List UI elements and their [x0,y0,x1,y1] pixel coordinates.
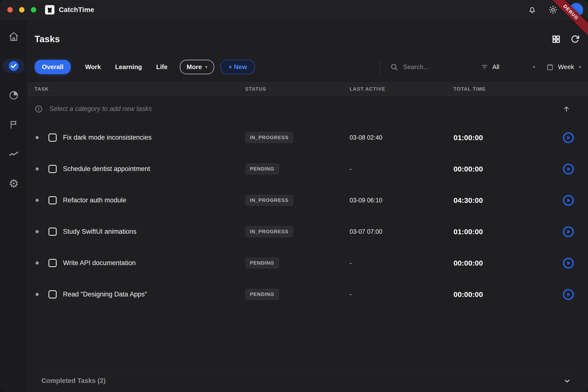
drag-handle-dot [36,136,39,139]
total-time-value: 01:00:00 [454,134,535,142]
sidebar-nav: ⚙ [0,20,28,392]
task-checkbox[interactable] [48,290,56,298]
last-active-value: - [350,291,454,298]
task-checkbox[interactable] [48,165,56,173]
app-logo-cat-icon [45,5,54,14]
status-badge: IN_PROGRESS [245,132,293,143]
task-title: Refactor auth module [63,196,126,204]
tab-overall[interactable]: Overall [34,60,71,74]
drag-handle-dot [36,167,39,170]
table-row: Fix dark mode inconsistencies IN_PROGRES… [34,122,581,153]
category-hint-row: Select a category to add new tasks [34,96,581,122]
sidebar-item-settings[interactable]: ⚙ [3,176,25,190]
more-categories-button[interactable]: More ▾ [180,60,214,74]
column-header-total-time: TOTAL TIME [454,86,535,92]
start-timer-play-button[interactable] [562,194,574,206]
play-icon [562,194,574,206]
task-checkbox[interactable] [48,134,56,142]
status-badge: PENDING [245,164,279,174]
last-active-value: 03-09 06:10 [350,197,454,204]
task-checkbox[interactable] [48,196,56,204]
page-title: Tasks [34,34,60,44]
chevron-down-icon: ▾ [579,64,581,70]
tab-learning[interactable]: Learning [115,60,142,74]
chevron-down-icon [564,377,571,385]
column-header-last-active: LAST ACTIVE [350,86,454,92]
task-checkbox[interactable] [48,228,56,236]
last-active-value: 03-07 07:00 [350,228,454,235]
window-controls [7,7,36,12]
flag-icon [9,120,18,130]
sidebar-item-tasks[interactable] [3,59,25,73]
task-title: Study SwiftUI animations [63,228,136,236]
start-timer-play-button[interactable] [562,288,574,300]
total-time-value: 00:00:00 [454,259,535,267]
task-title: Read "Designing Data Apps" [63,290,147,298]
more-label: More [187,63,202,71]
completed-tasks-section[interactable]: Completed Tasks (2) [34,370,581,392]
task-title: Write API documentation [63,259,136,267]
tab-work[interactable]: Work [85,60,101,74]
completed-tasks-label: Completed Tasks (2) [42,377,106,385]
start-timer-play-button[interactable] [562,226,574,238]
search-placeholder: Search... [403,63,428,71]
sidebar-item-stats[interactable] [3,88,25,102]
status-badge: IN_PROGRESS [245,195,293,206]
zoom-window-button[interactable] [31,7,36,12]
close-window-button[interactable] [7,7,13,12]
sidebar-item-home[interactable] [3,30,25,44]
last-active-value: - [350,260,454,266]
status-badge: PENDING [245,258,279,268]
titlebar: CatchTime DEBUG [0,0,588,20]
total-time-value: 01:00:00 [454,228,535,236]
theme-sun-icon[interactable] [548,5,558,14]
toolbar-right: Search... All ▾ Week ▾ [380,59,581,75]
status-filter-dropdown[interactable]: All ▾ [481,63,535,71]
drag-handle-dot [36,199,39,202]
task-checkbox[interactable] [48,259,56,267]
sidebar-item-goals[interactable] [3,118,25,132]
minimize-window-button[interactable] [19,7,24,12]
chevron-down-icon: ▾ [205,64,208,70]
toolbar: OverallWorkLearningLife More ▾ + New Sea… [28,59,588,75]
table-row: Schedule dentist appointment PENDING - 0… [34,153,581,185]
time-range-value: Week [558,63,574,71]
time-range-dropdown[interactable]: Week ▾ [546,63,581,71]
home-icon [8,31,19,42]
total-time-value: 04:30:00 [454,196,535,204]
search-input[interactable]: Search... [390,63,481,71]
table-header: TASK STATUS LAST ACTIVE TOTAL TIME [28,82,588,96]
play-icon [562,257,574,269]
last-active-value: - [350,166,454,172]
notifications-bell-icon[interactable] [528,6,536,14]
app-window: CatchTime DEBUG [0,0,588,392]
column-header-task: TASK [34,86,245,92]
last-active-value: 03-08 02:40 [350,134,454,141]
sidebar-item-trends[interactable] [3,147,25,161]
calendar-icon [546,63,554,71]
search-icon [390,63,398,71]
check-circle-icon [8,60,20,72]
total-time-value: 00:00:00 [454,290,535,299]
start-timer-play-button[interactable] [562,257,574,269]
total-time-value: 00:00:00 [454,165,535,173]
column-header-status: STATUS [245,86,350,92]
task-rows: Fix dark mode inconsistencies IN_PROGRES… [34,122,581,310]
table-row: Read "Designing Data Apps" PENDING - 00:… [34,279,581,310]
grid-view-icon[interactable] [552,35,560,44]
start-timer-play-button[interactable] [562,132,574,144]
play-icon [562,288,574,300]
task-list: Select a category to add new tasks Fix d… [28,96,588,392]
task-title: Schedule dentist appointment [63,165,150,173]
drag-handle-dot [36,262,39,264]
drag-handle-dot [36,230,39,233]
drag-handle-dot [36,293,39,296]
table-row: Study SwiftUI animations IN_PROGRESS 03-… [34,216,581,248]
start-timer-play-button[interactable] [562,163,574,175]
refresh-icon[interactable] [570,34,580,44]
category-hint-text: Select a category to add new tasks [49,105,152,113]
new-task-button[interactable]: + New [220,60,255,74]
scroll-top-arrow-icon[interactable] [562,105,570,113]
tab-life[interactable]: Life [156,60,168,74]
status-filter-value: All [492,63,499,71]
